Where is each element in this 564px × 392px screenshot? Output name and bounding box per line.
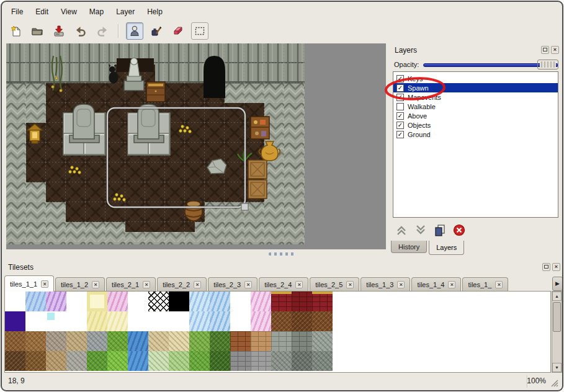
layer-checkbox[interactable]: ✓	[396, 131, 404, 138]
tilesets-close-button[interactable]: ×	[552, 263, 560, 271]
palette-tile[interactable]	[148, 351, 169, 371]
palette-tile[interactable]	[169, 311, 189, 331]
palette-tile[interactable]	[230, 292, 251, 311]
palette-tile[interactable]	[87, 311, 107, 331]
palette-tile[interactable]	[292, 292, 312, 311]
palette-tile[interactable]	[66, 351, 87, 371]
palette-tile[interactable]	[87, 292, 107, 311]
paint-tool-button[interactable]	[148, 22, 165, 40]
menu-view[interactable]: View	[55, 6, 83, 18]
map-canvas[interactable]	[6, 43, 305, 244]
raise-layer-button[interactable]	[394, 223, 409, 238]
scrollbar-thumb[interactable]	[553, 302, 561, 332]
layer-checkbox[interactable]: ✓	[396, 112, 404, 120]
resize-grip[interactable]	[550, 379, 558, 387]
palette-tile[interactable]	[271, 292, 292, 311]
layer-checkbox[interactable]: ✓	[396, 84, 404, 92]
palette-tile[interactable]	[25, 292, 46, 311]
palette-tile[interactable]	[189, 331, 210, 351]
close-tab-icon[interactable]: ×	[397, 281, 405, 288]
palette-tile[interactable]	[66, 292, 87, 311]
layer-checkbox[interactable]: ✓	[396, 75, 404, 82]
tabs-scroll-right-button[interactable]: ▶	[552, 277, 563, 291]
splitter-handle[interactable]	[269, 252, 295, 256]
palette-tile[interactable]	[251, 331, 271, 351]
scroll-up-button[interactable]: ▲	[552, 292, 562, 301]
palette-tile[interactable]	[46, 351, 66, 371]
tilesets-float-button[interactable]	[542, 263, 550, 271]
menu-map[interactable]: Map	[83, 6, 110, 18]
rect-select-tool-button[interactable]	[191, 22, 208, 40]
close-tab-icon[interactable]: ×	[244, 281, 252, 288]
palette-tile[interactable]	[87, 351, 107, 371]
palette-tile[interactable]	[230, 331, 251, 351]
opacity-slider-handle[interactable]	[537, 60, 558, 69]
palette-tile[interactable]	[128, 351, 148, 371]
layer-list[interactable]: ✓Keys✓Spawn✓MapeventsWalkable✓Above✓Obje…	[393, 71, 558, 218]
palette-tile[interactable]	[230, 351, 251, 371]
palette-tile[interactable]	[271, 331, 292, 351]
dock-tab-layers[interactable]: Layers	[429, 241, 464, 255]
tileset-tab-tiles_2_5[interactable]: tiles_2_5×	[310, 277, 359, 292]
layer-checkbox[interactable]: ✓	[396, 122, 404, 129]
layer-checkbox[interactable]: ✓	[396, 94, 404, 101]
palette-tile[interactable]	[107, 292, 128, 311]
close-tab-icon[interactable]: ×	[41, 280, 48, 288]
palette-tile[interactable]	[46, 292, 66, 311]
palette-tile[interactable]	[5, 351, 25, 371]
close-tab-icon[interactable]: ×	[92, 281, 99, 288]
close-tab-icon[interactable]: ×	[495, 281, 503, 288]
palette-tile[interactable]	[251, 351, 271, 371]
close-tab-icon[interactable]: ×	[295, 281, 303, 288]
palette-tile[interactable]	[148, 331, 169, 351]
palette-tile[interactable]	[46, 311, 66, 331]
close-tab-icon[interactable]: ×	[448, 281, 455, 288]
palette-tile[interactable]	[230, 311, 251, 331]
palette-tile[interactable]	[312, 311, 333, 331]
palette-tile[interactable]	[312, 351, 333, 371]
close-tab-icon[interactable]: ×	[346, 281, 354, 288]
palette-tile[interactable]	[271, 351, 292, 371]
tileset-tab-tiles_2_4[interactable]: tiles_2_4×	[259, 277, 308, 292]
palette-tile[interactable]	[25, 351, 46, 371]
close-tab-icon[interactable]: ×	[194, 281, 201, 288]
selection-handle[interactable]	[241, 203, 248, 210]
palette-tile[interactable]	[66, 331, 87, 351]
lower-layer-button[interactable]	[413, 223, 428, 238]
palette-tile[interactable]	[148, 311, 169, 331]
tileset-tab-tiles_2_1[interactable]: tiles_2_1×	[106, 277, 156, 292]
tileset-tab-tiles_1_4[interactable]: tiles_1_4×	[411, 277, 461, 292]
layer-row-objects[interactable]: ✓Objects	[393, 120, 558, 130]
palette-tile[interactable]	[107, 351, 128, 371]
palette-tile[interactable]	[210, 351, 230, 371]
scroll-down-button[interactable]: ▼	[552, 363, 562, 372]
menu-edit[interactable]: Edit	[29, 6, 55, 18]
palette-tile[interactable]	[210, 292, 230, 311]
duplicate-layer-button[interactable]	[432, 223, 447, 238]
undo-button[interactable]	[72, 22, 89, 40]
palette-tile[interactable]	[107, 331, 128, 351]
layer-row-mapevents[interactable]: ✓Mapevents	[393, 92, 558, 102]
palette-tile[interactable]	[271, 311, 292, 331]
palette-tile[interactable]	[128, 311, 148, 331]
tileset-tab-tiles_1_[interactable]: tiles_1_×	[462, 277, 508, 292]
palette-tile[interactable]	[251, 311, 271, 331]
layer-checkbox[interactable]	[396, 103, 404, 110]
palette-tile[interactable]	[189, 351, 210, 371]
menu-help[interactable]: Help	[141, 6, 169, 18]
delete-layer-button[interactable]	[452, 223, 467, 238]
layer-row-keys[interactable]: ✓Keys	[393, 74, 558, 83]
layer-row-ground[interactable]: ✓Ground	[393, 130, 558, 139]
palette-tile[interactable]	[5, 331, 25, 351]
palette-tile[interactable]	[107, 311, 128, 331]
layers-float-button[interactable]	[541, 46, 549, 54]
palette-tile[interactable]	[87, 331, 107, 351]
character-tool-button[interactable]	[126, 22, 143, 40]
eraser-tool-button[interactable]	[169, 22, 187, 40]
new-map-button[interactable]	[7, 22, 24, 40]
tileset-tab-tiles_1_2[interactable]: tiles_1_2×	[55, 277, 105, 292]
palette-tile[interactable]	[210, 311, 230, 331]
menu-file[interactable]: File	[5, 6, 29, 18]
close-tab-icon[interactable]: ×	[143, 281, 150, 288]
palette-tile[interactable]	[292, 351, 312, 371]
